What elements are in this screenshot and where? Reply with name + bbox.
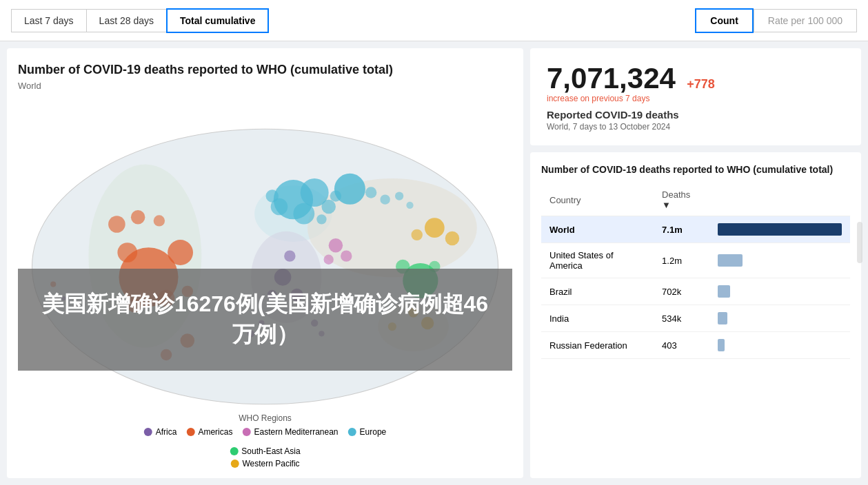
table-title: Number of COVID-19 deaths reported to WH… [541, 163, 850, 176]
last-28-days-button[interactable]: Last 28 days [86, 9, 166, 32]
last-7-days-button[interactable]: Last 7 days [11, 9, 86, 32]
deaths-cell-usa: 1.2m [654, 243, 709, 278]
legend-item-eastern-med: Eastern Mediterranean [242, 427, 338, 437]
deaths-cell-world: 7.1m [654, 216, 709, 243]
right-panel: 7,071,324 +778 increase on previous 7 da… [530, 48, 861, 478]
svg-point-14 [334, 174, 365, 205]
bar-usa [718, 254, 743, 267]
bar-cell-world [709, 216, 850, 243]
svg-point-22 [131, 210, 145, 224]
western-pacific-dot [230, 460, 239, 468]
bar-brazil [718, 285, 730, 298]
legend-label-western-pacific: Western Pacific [242, 459, 299, 468]
legend-label-eastern-med: Eastern Mediterranean [254, 427, 338, 437]
table-row-russia[interactable]: Russian Federation 403 [541, 332, 850, 359]
legend-item-europe: Europe [348, 427, 387, 437]
bar-cell-russia [709, 332, 850, 359]
south-east-asia-dot [230, 447, 238, 455]
map-subtitle: World [18, 81, 512, 91]
svg-point-29 [284, 251, 295, 262]
rate-button[interactable]: Rate per 100 000 [754, 9, 857, 32]
stats-card: 7,071,324 +778 increase on previous 7 da… [530, 48, 861, 145]
increase-label: increase on previous 7 days [547, 94, 845, 103]
deaths-table: Country Deaths ▼ World 7.1m [541, 184, 850, 359]
svg-point-37 [445, 231, 459, 245]
stats-number: 7,071,324 [547, 62, 676, 94]
svg-point-17 [117, 243, 137, 263]
main-content: Number of COVID-19 deaths reported to WH… [0, 41, 868, 485]
table-row-usa[interactable]: United States of America 1.2m [541, 243, 850, 278]
stats-increase: +778 [687, 77, 715, 91]
legend-item-africa: Africa [144, 427, 177, 437]
americas-dot [186, 428, 194, 436]
legend-item-western-pacific: Western Pacific [230, 459, 299, 468]
table-row-india[interactable]: India 534k [541, 305, 850, 332]
bar-india [718, 312, 727, 324]
bar-world [718, 223, 842, 236]
svg-point-45 [406, 202, 413, 209]
legend-title: WHO Regions [136, 413, 394, 423]
table-row-brazil[interactable]: Brazil 702k [541, 278, 850, 305]
europe-dot [348, 428, 356, 436]
country-cell-usa: United States of America [541, 243, 654, 278]
map-area: 美国新增确诊16276例(美国新增确诊病例超46万例） [18, 96, 512, 437]
svg-point-38 [412, 229, 423, 240]
svg-point-12 [266, 190, 279, 203]
table-wrapper[interactable]: Country Deaths ▼ World 7.1m [541, 184, 850, 467]
bar-header [709, 184, 850, 216]
legend-item-americas: Americas [186, 427, 232, 437]
svg-point-10 [321, 200, 335, 214]
deaths-header[interactable]: Deaths ▼ [654, 184, 709, 216]
svg-point-21 [108, 216, 125, 234]
svg-point-16 [168, 240, 193, 265]
svg-point-32 [324, 255, 334, 265]
header-bar: Last 7 days Last 28 days Total cumulativ… [0, 0, 868, 41]
table-row-world[interactable]: World 7.1m [541, 216, 850, 243]
deaths-cell-india: 534k [654, 305, 709, 332]
svg-point-36 [425, 218, 445, 238]
count-rate-filters: Count Rate per 100 000 [695, 8, 857, 33]
sort-arrow-icon: ▼ [662, 200, 671, 210]
bar-russia [718, 339, 725, 351]
svg-point-23 [154, 216, 165, 227]
country-cell-india: India [541, 305, 654, 332]
map-title: Number of COVID-19 deaths reported to WH… [18, 62, 432, 78]
map-legend: WHO Regions Africa Americas Eastern Medi… [136, 413, 394, 468]
left-panel: Number of COVID-19 deaths reported to WH… [7, 48, 523, 478]
country-cell-world: World [541, 216, 654, 243]
deaths-cell-brazil: 702k [654, 278, 709, 305]
country-cell-brazil: Brazil [541, 278, 654, 305]
legend-label-africa: Africa [156, 427, 177, 437]
svg-point-44 [395, 192, 403, 200]
legend-items-row2: Western Pacific [136, 459, 394, 468]
bar-cell-usa [709, 243, 850, 278]
overlay-text: 美国新增确诊16276例(美国新增确诊病例超46万例） [42, 291, 488, 347]
svg-point-43 [380, 195, 390, 205]
bar-cell-brazil [709, 278, 850, 305]
svg-point-30 [329, 238, 343, 252]
svg-point-13 [316, 215, 326, 225]
total-cumulative-button[interactable]: Total cumulative [166, 8, 269, 33]
legend-label-europe: Europe [360, 427, 387, 437]
time-filters: Last 7 days Last 28 days Total cumulativ… [11, 8, 269, 33]
stats-number-row: 7,071,324 +778 increase on previous 7 da… [547, 62, 845, 103]
svg-point-42 [365, 187, 376, 198]
country-header[interactable]: Country [541, 184, 654, 216]
eastern-med-dot [242, 428, 250, 436]
table-card: Number of COVID-19 deaths reported to WH… [530, 152, 861, 478]
legend-items: Africa Americas Eastern Mediterranean Eu… [136, 427, 394, 456]
overlay-banner: 美国新增确诊16276例(美国新增确诊病例超46万例） [18, 269, 512, 371]
legend-label-south-east-asia: South-East Asia [241, 446, 300, 456]
bar-cell-india [709, 305, 850, 332]
country-cell-russia: Russian Federation [541, 332, 654, 359]
deaths-cell-russia: 403 [654, 332, 709, 359]
svg-point-8 [293, 203, 314, 225]
stats-period: World, 7 days to 13 October 2024 [547, 122, 845, 132]
legend-label-americas: Americas [198, 427, 232, 437]
africa-dot [144, 428, 152, 436]
scrollbar-thumb[interactable] [857, 222, 861, 263]
svg-point-31 [341, 251, 352, 262]
count-button[interactable]: Count [695, 8, 753, 33]
stats-label: Reported COVID-19 deaths [547, 109, 845, 121]
legend-item-south-east-asia: South-East Asia [230, 446, 300, 456]
